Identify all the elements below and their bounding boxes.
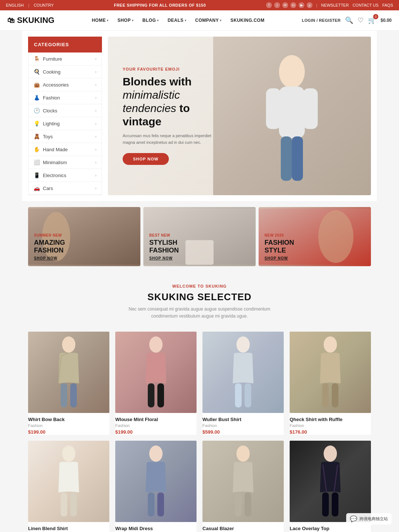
svg-rect-31 [235,492,242,516]
product-card-6[interactable]: Wrap Midi Dress Fashion $229.00 [115,441,197,532]
accessories-icon: 👜 [34,82,40,88]
product-card-3[interactable]: Wuller Bust Shirt Fashion $599.00 [202,332,284,435]
category-cars[interactable]: 🚗Cars › [28,182,102,195]
product-category-4: Fashion [290,423,371,428]
product-image-1 [28,332,109,413]
promo-card-stylish-fashion[interactable]: BEST NEW STYLISHFASHION SHOP NOW [143,207,256,266]
welcome-tag: WELCOME TO SKUKING [28,284,371,288]
product-card-4[interactable]: Qheck Shirt with Ruffle Fashion $176.00 [290,332,371,435]
svg-point-0 [279,55,305,88]
contact-link[interactable]: CONTACT US [352,3,379,7]
watermark: 💬 跨境电商独立站 [346,513,392,525]
promo-overlay-3: NEW 2020 FASHIONSTYLE SHOP NOW [265,233,294,260]
furniture-chevron-icon: › [95,57,96,61]
category-label: Minimalism [43,160,67,165]
promo-card-fashion-style[interactable]: NEW 2020 FASHIONSTYLE SHOP NOW [259,207,371,266]
promo-link-1[interactable]: SHOP NOW [34,256,65,260]
svg-point-21 [324,336,337,353]
blog-chevron-icon: ▾ [157,19,159,22]
cart-icon[interactable]: 🛒 0 [368,16,376,24]
promo-card-amazing-fashion[interactable]: SUMMER NEW AMAZINGFASHION SHOP NOW [28,207,140,266]
logo[interactable]: 🛍 SKUKING [7,16,54,25]
promo-link-3[interactable]: SHOP NOW [265,256,294,260]
svg-rect-25 [61,492,67,516]
promo-overlay-1: SUMMER NEW AMAZINGFASHION SHOP NOW [34,233,65,260]
svg-rect-16 [148,383,154,407]
pinterest-icon[interactable]: p [307,2,313,8]
product-category-3: Fashion [202,423,284,428]
social-icons: f t ✉ in ▶ p [266,2,313,8]
language-selector[interactable]: ENGLISH [6,3,24,7]
nav-skuking[interactable]: SKUKING.COM [227,15,268,26]
hero-shop-now-button[interactable]: SHOP NOW [123,153,169,165]
svg-rect-1 [279,87,305,138]
product-card-2[interactable]: Wlouse Mint Floral Fashion $199.00 [115,332,197,435]
category-label: Hand Made [43,147,68,152]
handmade-chevron-icon: › [95,148,96,152]
product-price-2: $199.00 [115,429,197,435]
nav-home[interactable]: HOME▾ [88,15,112,26]
promo-title-3: FASHIONSTYLE [265,239,294,255]
category-electronics[interactable]: 📱Electronics › [28,169,102,182]
twitter-icon[interactable]: t [274,2,280,8]
nav-deals[interactable]: DEALS▾ [164,15,190,26]
cooking-icon: 🍳 [34,69,40,75]
nav-company[interactable]: COMPANY▾ [191,15,225,26]
svg-point-18 [236,336,250,353]
category-accessories[interactable]: 👜Accessories › [28,78,102,91]
product-card-1[interactable]: Whirt Bow Back Fashion $199.00 [28,332,109,435]
hero-model-figure [255,50,329,183]
cooking-chevron-icon: › [95,70,96,74]
promo-title-2: STYLISHFASHION [149,239,179,255]
company-chevron-icon: ▾ [220,19,222,22]
country-selector[interactable]: COUNTRY [34,3,54,7]
watermark-text: 跨境电商独立站 [359,516,388,522]
svg-rect-3 [303,88,318,129]
newsletter-link[interactable]: NEWSLETTER [321,3,349,7]
svg-rect-22 [322,383,329,407]
category-lighting[interactable]: 💡Lighting › [28,117,102,130]
facebook-icon[interactable]: f [266,2,272,8]
svg-rect-4 [281,136,292,181]
faqs-link[interactable]: FAQS [382,3,393,7]
category-cooking[interactable]: 🍳Cooking › [28,65,102,78]
login-button[interactable]: LOGIN / REGISTER [302,18,341,23]
logo-icon: 🛍 [7,16,15,25]
instagram-icon[interactable]: in [290,2,296,8]
promo-link-2[interactable]: SHOP NOW [149,256,179,260]
category-toys[interactable]: 🧸Toys › [28,130,102,143]
wishlist-icon[interactable]: ♡ [358,16,364,24]
email-icon[interactable]: ✉ [282,2,288,8]
welcome-section: WELCOME TO SKUKING SKUKING SELECTED Nec … [22,272,377,326]
search-icon[interactable]: 🔍 [345,16,353,24]
cars-chevron-icon: › [95,186,96,190]
category-handmade[interactable]: ✋Hand Made › [28,143,102,156]
handmade-icon: ✋ [34,146,40,152]
category-fashion[interactable]: 👗Fashion › [28,91,102,104]
category-minimalism[interactable]: ⬜Minimalism › [28,156,102,169]
shop-chevron-icon: ▾ [132,19,134,22]
categories-header: CATEGORIES [28,37,102,52]
electronics-icon: 📱 [34,172,40,178]
product-category-2: Fashion [115,423,197,428]
svg-rect-35 [332,492,338,516]
nav-blog[interactable]: BLOG▾ [139,15,162,26]
promo-tag-1: SUMMER NEW [34,233,65,237]
minimalism-icon: ⬜ [34,159,40,165]
svg-point-12 [62,336,75,353]
category-clocks[interactable]: 🕐Clocks › [28,104,102,117]
product-card-7[interactable]: Casual Blazer Fashion $189.00 [202,441,284,532]
category-furniture[interactable]: 🪑Furniture › [28,52,102,65]
svg-rect-19 [235,383,242,407]
nav-shop[interactable]: SHOP▾ [114,15,137,26]
promo-tag-2: BEST NEW [149,233,179,237]
hero-description: Accumsan mus felis neque a penatibus imp… [123,133,219,146]
product-name-8: Lace Overlay Top [290,526,371,531]
category-label: Toys [43,134,53,139]
product-price-3: $599.00 [202,429,284,435]
product-card-5[interactable]: Linen Blend Shirt Fashion $149.00 [28,441,109,532]
youtube-icon[interactable]: ▶ [299,2,304,8]
svg-rect-13 [61,383,67,407]
lighting-icon: 💡 [34,121,40,126]
accessories-chevron-icon: › [95,83,96,87]
